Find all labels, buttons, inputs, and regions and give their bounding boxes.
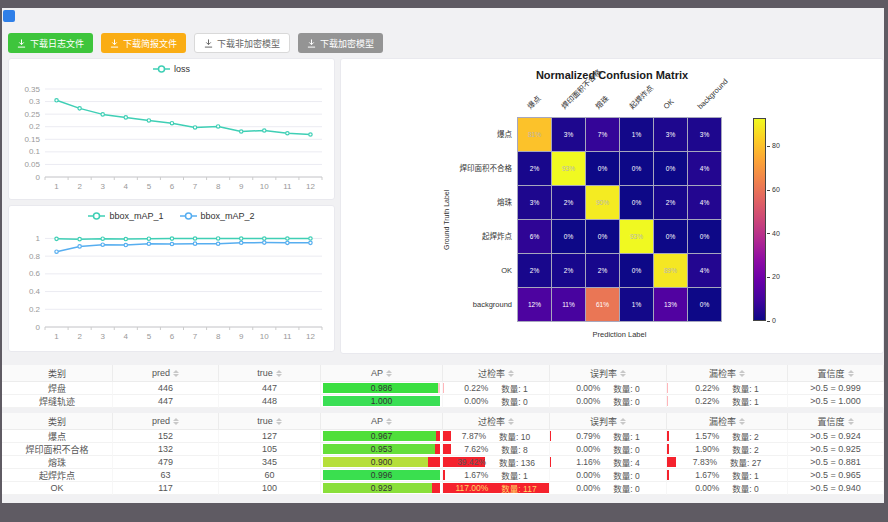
matrix-x-axis-label: Prediction Label (518, 330, 721, 339)
matrix-col-label: 起焊炸点 (628, 83, 656, 111)
svg-text:2: 2 (77, 332, 82, 341)
colorbar-tick-label: 60 (772, 186, 780, 194)
col-header-label: 过检率 (478, 367, 505, 380)
rate-count: 数量: 0 (613, 395, 639, 407)
rate-count: 数量: 0 (613, 482, 639, 494)
download-unencrypted-model-button[interactable]: 下载非加密模型 (194, 33, 290, 53)
rate-percent: 7.83% (693, 457, 717, 467)
rate-count: 数量: 136 (499, 456, 535, 468)
rate-percent: 0.22% (695, 396, 719, 406)
download-report-button[interactable]: 下载简报文件 (101, 33, 186, 53)
svg-text:11: 11 (283, 332, 292, 341)
svg-text:7: 7 (193, 182, 198, 191)
matrix-cell: 3% (688, 118, 721, 151)
cell-true: 100 (219, 482, 321, 495)
download-unencrypted-model-label: 下载非加密模型 (217, 37, 280, 50)
download-encrypted-model-button[interactable]: 下载加密模型 (298, 33, 383, 53)
colorbar-tick-mark (767, 190, 770, 191)
cell-true: 127 (219, 430, 321, 443)
col-header-label: AP (371, 368, 383, 378)
col-header-ap[interactable]: AP (321, 365, 443, 382)
cell-ap: 0.953 (321, 443, 443, 456)
cell-ap: 0.967 (321, 430, 443, 443)
col-header-overkill[interactable]: 过检率 (443, 365, 550, 382)
col-header-label: true (257, 368, 273, 378)
cell-confidence: >0.5 = 1.000 (788, 395, 884, 408)
cell-class: 焊缝轨迹 (2, 395, 113, 408)
rate-percent: 1.57% (695, 431, 719, 441)
col-header-true[interactable]: true (219, 365, 321, 382)
matrix-row-label: 焊印面积不合格 (341, 164, 514, 173)
legend-label: bbox_mAP_2 (201, 211, 255, 221)
legend-marker-icon (180, 212, 197, 220)
rate-percent: 7.62% (464, 444, 488, 454)
cell-confidence: >0.5 = 0.940 (788, 482, 884, 495)
download-icon (110, 39, 119, 48)
download-log-button[interactable]: 下载日志文件 (8, 33, 93, 53)
legend-item-bbox_mAP_2[interactable]: bbox_mAP_2 (180, 211, 255, 221)
download-report-label: 下载简报文件 (123, 37, 177, 50)
legend-item-loss[interactable]: loss (153, 64, 190, 74)
col-header-miss[interactable]: 漏检率 (667, 365, 788, 382)
svg-text:5: 5 (147, 332, 152, 341)
col-header-true[interactable]: true (219, 413, 321, 430)
svg-text:4: 4 (124, 332, 129, 341)
cell-class: 焊印面积不合格 (2, 443, 113, 456)
cell-misjudge-rate: 0.00%数量: 0 (550, 443, 667, 456)
cell-misjudge-rate: 1.16%数量: 4 (550, 456, 667, 469)
rate-percent: 0.00% (576, 444, 600, 454)
svg-text:10: 10 (260, 182, 269, 191)
confusion-matrix-title: Normalized Confusion Matrix (341, 69, 883, 81)
legend-item-bbox_mAP_1[interactable]: bbox_mAP_1 (88, 211, 163, 221)
cell-overkill-rate: 0.00%数量: 0 (443, 395, 550, 408)
matrix-col-label: 熔珠 (594, 94, 611, 111)
cell-class: OK (2, 482, 113, 495)
cell-confidence: >0.5 = 0.924 (788, 430, 884, 443)
rate-percent: 0.00% (576, 383, 600, 393)
rate-count: 数量: 2 (732, 430, 758, 442)
col-header-misjudge[interactable]: 误判率 (550, 365, 667, 382)
col-header-confidence[interactable]: 置信度 (788, 365, 884, 382)
col-header-pred[interactable]: pred (113, 365, 219, 382)
svg-text:10: 10 (260, 332, 269, 341)
col-header-overkill[interactable]: 过检率 (443, 413, 550, 430)
matrix-cell: 2% (586, 254, 619, 287)
cell-confidence: >0.5 = 0.881 (788, 456, 884, 469)
rate-percent: 0.00% (576, 483, 600, 493)
metrics-table-2: 类别predtrueAP过检率误判率漏检率置信度爆点1521270.9677.8… (2, 413, 884, 495)
sort-icon (508, 418, 514, 425)
sort-icon (276, 418, 282, 425)
matrix-cell: 90% (586, 186, 619, 219)
col-header-label: 置信度 (817, 367, 844, 380)
matrix-cell: 6% (518, 220, 551, 253)
download-icon (17, 39, 26, 48)
cell-confidence: >0.5 = 0.999 (788, 382, 884, 395)
svg-text:0.4: 0.4 (29, 287, 41, 296)
svg-text:0.6: 0.6 (29, 269, 41, 278)
svg-text:12: 12 (306, 332, 315, 341)
svg-text:0.15: 0.15 (24, 135, 40, 144)
svg-text:1: 1 (54, 332, 59, 341)
cell-pred: 152 (113, 430, 219, 443)
cell-ap: 0.929 (321, 482, 443, 495)
cell-pred: 446 (113, 382, 219, 395)
svg-text:0.35: 0.35 (24, 85, 40, 94)
sort-icon (173, 418, 179, 425)
rate-count: 数量: 117 (501, 482, 536, 494)
colorbar-tick-mark (767, 146, 770, 147)
col-header-pred[interactable]: pred (113, 413, 219, 430)
legend-marker-icon (88, 212, 105, 220)
col-header-confidence[interactable]: 置信度 (788, 413, 884, 430)
col-header-miss[interactable]: 漏检率 (667, 413, 788, 430)
col-header-ap[interactable]: AP (321, 413, 443, 430)
matrix-cell: 1% (620, 288, 653, 321)
matrix-cell: 1% (620, 118, 653, 151)
rate-percent: 0.00% (464, 396, 488, 406)
cell-ap: 0.986 (321, 382, 443, 395)
cell-misjudge-rate: 0.00%数量: 0 (550, 395, 667, 408)
col-header-misjudge[interactable]: 误判率 (550, 413, 667, 430)
cell-class: 爆点 (2, 430, 113, 443)
svg-text:1: 1 (54, 182, 59, 191)
cell-true: 345 (219, 456, 321, 469)
svg-text:0: 0 (36, 173, 41, 182)
